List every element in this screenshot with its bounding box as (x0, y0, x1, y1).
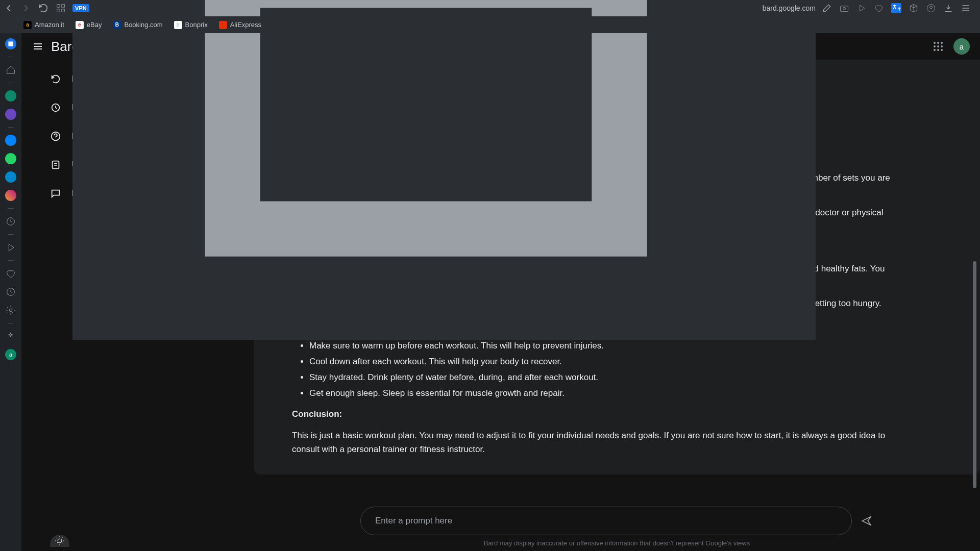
url-text: bard.google.com (763, 4, 816, 12)
list-item: Get enough sleep. Sleep is essential for… (309, 386, 911, 400)
svg-point-18 (934, 49, 936, 51)
toolbar-right (822, 3, 977, 13)
svg-point-6 (927, 5, 935, 12)
dock-avatar[interactable]: a (5, 349, 16, 360)
download-icon[interactable] (943, 3, 953, 13)
clock-icon[interactable] (5, 216, 16, 227)
send-button[interactable] (860, 514, 873, 528)
heading-conclusion: Conclusion: (292, 407, 911, 421)
reset-icon (50, 73, 61, 85)
svg-rect-3 (62, 9, 65, 12)
heart-dock-icon[interactable] (5, 268, 16, 279)
back-button[interactable] (3, 3, 14, 14)
address-bar: VPN bard.google.com (0, 0, 980, 16)
prompt-input[interactable] (375, 516, 837, 526)
browser-chrome: VPN bard.google.com aAmazon.it eeBay BBo… (0, 0, 980, 33)
translate-icon[interactable] (891, 3, 901, 13)
google-apps-icon[interactable] (932, 40, 944, 53)
dock-divider (8, 83, 14, 83)
svg-point-22 (52, 132, 60, 141)
svg-rect-4 (841, 6, 848, 12)
updates-icon (50, 159, 61, 170)
svg-rect-8 (8, 41, 13, 46)
help-icon (50, 188, 61, 199)
svg-rect-0 (57, 5, 60, 8)
cube-icon[interactable] (909, 3, 919, 13)
svg-point-12 (934, 42, 936, 44)
bookmark-aliexpress[interactable]: AliExpress (219, 21, 261, 29)
edit-icon[interactable] (822, 3, 832, 13)
bookmark-bonprix[interactable]: bBonprix (174, 21, 208, 29)
tips-list: Make sure to warm up before each workout… (292, 339, 911, 400)
grid-button[interactable] (55, 3, 66, 14)
faq-icon (50, 131, 61, 142)
list-item: Make sure to warm up before each workout… (309, 339, 911, 353)
disclaimer-text: Bard may display inaccurate or offensive… (484, 539, 750, 547)
profile-icon[interactable] (926, 3, 936, 13)
svg-point-15 (934, 45, 936, 47)
play-dock-icon[interactable] (5, 242, 16, 253)
browser-sidebar: a (0, 33, 21, 551)
dock-messenger[interactable] (5, 135, 16, 146)
dock-instagram[interactable] (5, 190, 16, 201)
url-display[interactable]: VPN bard.google.com (72, 0, 816, 340)
svg-point-7 (930, 6, 933, 9)
svg-point-11 (9, 309, 12, 312)
heart-icon[interactable] (874, 3, 884, 13)
dock-app1[interactable] (5, 38, 16, 49)
dock-divider (8, 260, 14, 261)
svg-rect-1 (62, 5, 65, 8)
bookmarks-bar: aAmazon.it eeBay BBooking.com bBonprix A… (0, 16, 980, 33)
home-icon[interactable] (5, 64, 16, 76)
svg-point-20 (941, 49, 943, 51)
paragraph: This is just a basic workout plan. You m… (292, 429, 911, 456)
dock-divider (8, 323, 14, 323)
activity-icon (50, 102, 61, 113)
camera-icon[interactable] (839, 3, 849, 13)
list-item: Cool down after each workout. This will … (309, 355, 911, 368)
dock-divider (8, 208, 14, 209)
history-icon[interactable] (5, 286, 16, 297)
dock-divider (8, 234, 14, 235)
vpn-badge: VPN (72, 4, 89, 12)
scrollbar-thumb[interactable] (973, 261, 976, 488)
user-avatar[interactable]: a (953, 38, 970, 55)
reload-button[interactable] (38, 3, 49, 14)
svg-point-16 (937, 45, 939, 47)
settings-icon[interactable] (5, 305, 16, 316)
list-item: Stay hydrated. Drink plenty of water bef… (309, 370, 911, 384)
svg-rect-2 (57, 9, 60, 12)
dock-whatsapp[interactable] (5, 90, 16, 102)
svg-point-19 (937, 49, 939, 51)
dock-divider (8, 57, 14, 57)
svg-point-17 (941, 45, 943, 47)
dock-telegram[interactable] (5, 171, 16, 183)
bookmark-ebay[interactable]: eeBay (76, 21, 102, 29)
svg-point-13 (937, 42, 939, 44)
forward-button[interactable] (20, 3, 32, 14)
hamburger-icon[interactable] (32, 40, 44, 53)
svg-point-14 (941, 42, 943, 44)
lock-icon (94, 0, 757, 340)
input-area: Bard may display inaccurate or offensive… (254, 497, 980, 551)
dock-app2[interactable] (5, 109, 16, 120)
svg-point-5 (843, 7, 846, 10)
play-icon[interactable] (856, 3, 867, 13)
prompt-box[interactable] (360, 507, 852, 535)
bookmark-booking[interactable]: BBooking.com (113, 21, 162, 29)
dock-divider (8, 127, 14, 128)
menu-icon[interactable] (961, 3, 971, 13)
dock-wa2[interactable] (5, 153, 16, 164)
theme-toggle[interactable] (50, 535, 69, 547)
bookmark-amazon[interactable]: aAmazon.it (23, 21, 64, 29)
svg-point-24 (58, 539, 62, 543)
sparkle-icon[interactable] (5, 331, 16, 342)
